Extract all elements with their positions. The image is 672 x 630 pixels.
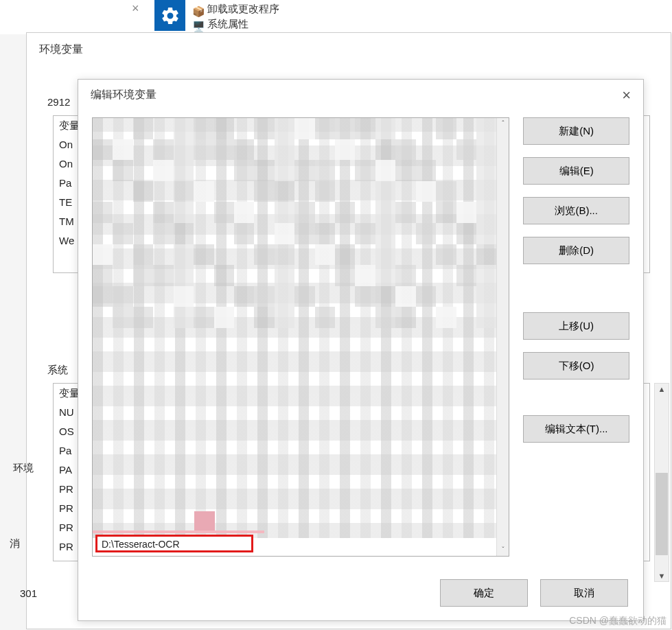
- background-window: [0, 0, 672, 34]
- path-values-list[interactable]: D:\Tesseract-OCR ˆ ˇ: [92, 117, 509, 557]
- move-down-button[interactable]: 下移(O): [523, 352, 629, 380]
- gear-icon: [154, 0, 185, 31]
- dialog-footer-buttons: 确定 取消: [440, 579, 628, 607]
- ok-button[interactable]: 确定: [440, 579, 528, 607]
- edit-env-var-dialog: 编辑环境变量 ×: [78, 79, 644, 621]
- number-301: 301: [20, 587, 37, 599]
- pink-underline: [93, 530, 264, 533]
- background-links: 📦卸载或更改程序 🖥️系统属性: [192, 1, 279, 32]
- cancel-button[interactable]: 取消: [540, 579, 628, 607]
- delete-button[interactable]: 删除(D): [523, 237, 629, 264]
- edit-button[interactable]: 编辑(E): [523, 157, 629, 185]
- env-dialog-title: 环境变量: [27, 33, 671, 67]
- scroll-thumb[interactable]: [656, 473, 668, 555]
- scroll-up-icon[interactable]: ▲: [657, 384, 667, 395]
- close-icon[interactable]: ×: [132, 1, 139, 16]
- button-column: 新建(N) 编辑(E) 浏览(B)... 删除(D) 上移(U) 下移(O) 编…: [523, 117, 629, 557]
- scroll-up-icon[interactable]: ˆ: [500, 118, 506, 130]
- browse-button[interactable]: 浏览(B)...: [523, 197, 629, 224]
- bg-link-uninstall[interactable]: 📦卸载或更改程序: [192, 1, 279, 16]
- highlighted-path-entry[interactable]: D:\Tesseract-OCR: [95, 535, 253, 552]
- cancel-partial-text: 消: [10, 537, 20, 550]
- new-button[interactable]: 新建(N): [523, 117, 629, 145]
- watermark-text: CSDN @蠢蠢欲动的猫: [569, 615, 667, 627]
- edit-dialog-title: 编辑环境变量: [91, 88, 157, 102]
- scroll-down-icon[interactable]: ˇ: [500, 544, 506, 556]
- system-section-label: 系统: [47, 364, 68, 377]
- scrollbar[interactable]: ▲ ▼: [654, 383, 669, 582]
- user-section-label: 2912: [47, 96, 70, 108]
- edit-text-button[interactable]: 编辑文本(T)...: [523, 415, 629, 443]
- list-scrollbar[interactable]: ˆ ˇ: [496, 118, 509, 556]
- env-side-label: 环境: [13, 462, 34, 475]
- pink-pixel-block: [194, 511, 215, 530]
- bg-link-sysprops[interactable]: 🖥️系统属性: [192, 16, 279, 32]
- scroll-down-icon[interactable]: ▼: [657, 570, 667, 581]
- edit-dialog-titlebar: 编辑环境变量 ×: [78, 80, 643, 110]
- move-up-button[interactable]: 上移(U): [523, 312, 629, 340]
- close-icon[interactable]: ×: [622, 90, 631, 101]
- pixel-overlay: [93, 118, 496, 538]
